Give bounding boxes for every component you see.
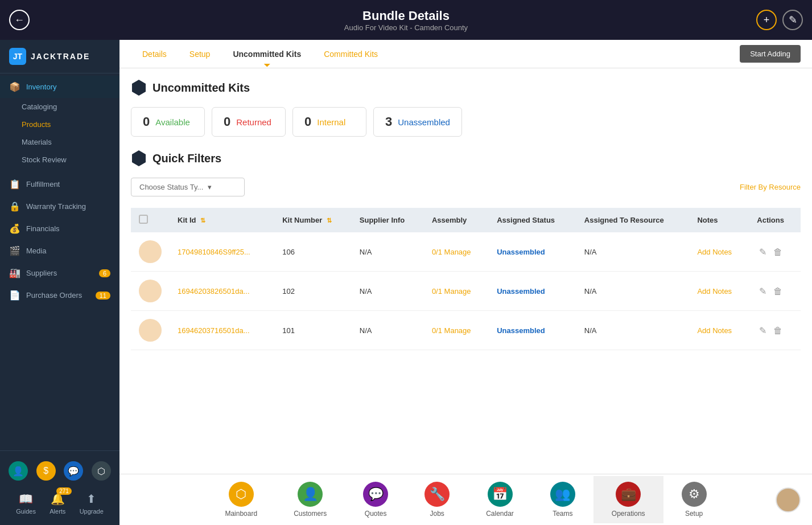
warranty-icon: 🔒	[9, 201, 20, 212]
row1-checkbox-cell	[131, 232, 170, 272]
sidebar-item-cataloging[interactable]: Cataloging	[0, 98, 119, 116]
row3-delete-icon[interactable]: 🗑	[773, 326, 782, 335]
bottom-nav-operations[interactable]: 💼 Operations	[593, 476, 663, 523]
sidebar-item-suppliers[interactable]: 🏭 Suppliers 6	[0, 262, 119, 284]
unassembled-label: Unassembled	[398, 117, 450, 127]
row1-status-badge: Unassembled	[497, 248, 545, 256]
bottom-nav-teams[interactable]: 👥 Teams	[532, 476, 593, 523]
uncommitted-kits-heading: Uncommitted Kits	[131, 80, 801, 96]
tab-details-label: Details	[142, 50, 167, 59]
add-button[interactable]: +	[756, 10, 777, 30]
row2-edit-icon[interactable]: ✎	[759, 286, 766, 296]
status-card-available[interactable]: 0 Available	[131, 107, 205, 137]
tab-details[interactable]: Details	[131, 42, 178, 67]
returned-label: Returned	[236, 117, 271, 127]
bottom-nav-calendar[interactable]: 📅 Calendar	[468, 476, 532, 523]
table-header-assigned-status: Assigned Status	[489, 208, 576, 232]
status-card-returned[interactable]: 0 Returned	[212, 107, 286, 137]
quotes-nav-icon: 💬	[363, 482, 388, 507]
bottom-nav-jobs[interactable]: 🔧 Jobs	[406, 476, 468, 523]
row3-kit-id-link[interactable]: 16946203716501da...	[178, 326, 250, 335]
status-type-filter[interactable]: Choose Status Ty... ▾	[131, 178, 245, 196]
row2-delete-icon[interactable]: 🗑	[773, 286, 782, 296]
row3-edit-icon[interactable]: ✎	[759, 326, 766, 335]
status-card-unassembled[interactable]: 3 Unassembled	[373, 107, 462, 137]
account-icon-person[interactable]: 👤	[9, 461, 28, 481]
row2-kit-id-link[interactable]: 16946203826501da...	[178, 287, 250, 296]
account-icon-dollar[interactable]: $	[36, 461, 56, 481]
kit-number-col-label: Kit Number	[282, 216, 322, 224]
sidebar-item-media[interactable]: 🎬 Media	[0, 240, 119, 262]
bottom-nav-quotes[interactable]: 💬 Quotes	[345, 476, 406, 523]
bottom-nav-customers[interactable]: 👤 Customers	[275, 476, 345, 523]
sidebar-item-inventory-label: Inventory	[26, 83, 56, 91]
tab-setup-label: Setup	[189, 50, 211, 59]
table-header-row: Kit Id ⇅ Kit Number ⇅ Supplier Info Asse…	[131, 208, 801, 232]
tab-uncommitted-kits[interactable]: Uncommitted Kits	[221, 42, 312, 67]
guides-button[interactable]: 📖 Guides	[16, 492, 36, 515]
upgrade-label: Upgrade	[80, 508, 104, 515]
sidebar-item-financials[interactable]: 💰 Financials	[0, 218, 119, 240]
table-header: Kit Id ⇅ Kit Number ⇅ Supplier Info Asse…	[131, 208, 801, 232]
row2-notes: Add Notes	[689, 272, 749, 311]
row3-assembly-link[interactable]: 0/1 Manage	[432, 326, 471, 335]
guides-label: Guides	[16, 508, 36, 515]
calendar-nav-label: Calendar	[486, 510, 514, 518]
bottom-nav-setup[interactable]: ⚙ Setup	[663, 476, 725, 523]
sidebar-item-fulfillment[interactable]: 📋 Fulfillment	[0, 173, 119, 195]
tab-setup[interactable]: Setup	[178, 42, 222, 67]
row3-notes: Add Notes	[689, 311, 749, 350]
kit-id-sort-icon[interactable]: ⇅	[200, 217, 205, 224]
sidebar-item-materials[interactable]: Materials	[0, 133, 119, 151]
row2-assigned-status: Unassembled	[489, 272, 576, 311]
sidebar-item-warranty-tracking[interactable]: 🔒 Warranty Tracking	[0, 195, 119, 218]
row3-status-badge: Unassembled	[497, 326, 545, 335]
setup-nav-icon: ⚙	[682, 482, 707, 507]
sidebar-bottom: 👤 $ 💬 ⬡ 📖 Guides 🔔 Alerts ⬆ Upgrade	[0, 450, 119, 525]
sidebar-item-fulfillment-label: Fulfillment	[26, 180, 60, 188]
sidebar-item-stock-review[interactable]: Stock Review	[0, 151, 119, 169]
row2-assembly-link[interactable]: 0/1 Manage	[432, 287, 471, 296]
user-avatar[interactable]	[776, 487, 801, 512]
sidebar-item-inventory[interactable]: 📦 Inventory	[0, 76, 119, 98]
select-all-checkbox[interactable]	[139, 215, 148, 224]
header-title-area: Bundle Details Audio For Video Kit - Cam…	[344, 9, 468, 32]
teams-nav-label: Teams	[553, 510, 572, 518]
account-icon-share[interactable]: ⬡	[92, 461, 111, 481]
start-adding-button[interactable]: Start Adding	[740, 45, 801, 63]
section-hex-icon	[131, 80, 147, 96]
unassembled-count: 3	[385, 114, 392, 129]
sidebar-item-purchase-orders[interactable]: 📄 Purchase Orders 11	[0, 284, 119, 306]
table-header-assigned-to-resource: Assigned To Resource	[576, 208, 690, 232]
row1-kit-id-link[interactable]: 17049810846S9ff25...	[178, 248, 250, 256]
fulfillment-icon: 📋	[9, 179, 20, 190]
tab-committed-kits[interactable]: Committed Kits	[312, 42, 389, 67]
sidebar-item-products[interactable]: Products	[0, 116, 119, 133]
quick-filters-heading: Quick Filters	[131, 150, 801, 166]
row1-add-notes-link[interactable]: Add Notes	[697, 248, 732, 256]
table-header-kit-number: Kit Number ⇅	[274, 208, 352, 232]
table-header-supplier-info: Supplier Info	[352, 208, 424, 232]
alerts-button[interactable]: 🔔 Alerts	[50, 492, 65, 515]
row1-edit-icon[interactable]: ✎	[759, 247, 766, 257]
bottom-nav-mainboard[interactable]: ⬡ Mainboard	[207, 476, 275, 523]
status-card-internal[interactable]: 0 Internal	[292, 107, 366, 137]
upgrade-icon: ⬆	[86, 492, 96, 506]
row1-assembly-link[interactable]: 0/1 Manage	[432, 248, 471, 256]
back-button[interactable]: ←	[9, 10, 30, 30]
row2-add-notes-link[interactable]: Add Notes	[697, 287, 732, 296]
row2-kit-number: 102	[274, 272, 352, 311]
filter-by-resource-link[interactable]: Filter By Resource	[740, 183, 801, 191]
row1-notes: Add Notes	[689, 232, 749, 272]
table-header-assembly: Assembly	[424, 208, 489, 232]
row1-delete-icon[interactable]: 🗑	[773, 247, 782, 257]
row1-assigned-status: Unassembled	[489, 232, 576, 272]
row3-kit-number: 101	[274, 311, 352, 350]
kits-table: Kit Id ⇅ Kit Number ⇅ Supplier Info Asse…	[131, 208, 801, 350]
kit-number-sort-icon[interactable]: ⇅	[327, 217, 332, 224]
row3-add-notes-link[interactable]: Add Notes	[697, 326, 732, 335]
account-icon-chat[interactable]: 💬	[64, 461, 83, 481]
edit-button[interactable]: ✎	[782, 10, 803, 30]
upgrade-button[interactable]: ⬆ Upgrade	[80, 492, 104, 515]
bottom-nav: ⬡ Mainboard 👤 Customers 💬 Quotes 🔧 Jobs …	[119, 474, 812, 525]
